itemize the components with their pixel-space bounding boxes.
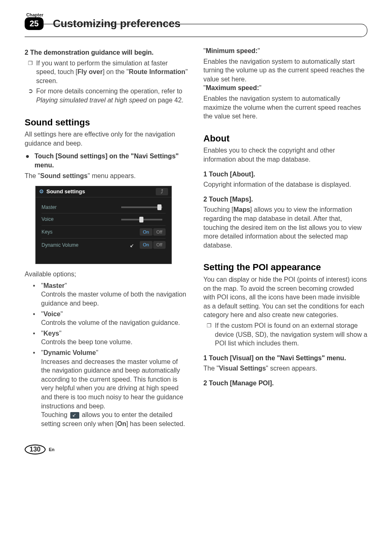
dynvol-off-button[interactable]: Off — [153, 241, 166, 249]
poi-step-1: 1 Touch [Visual] on the "Navi Settings" … — [203, 354, 367, 363]
chapter-title: Customizing preferences — [53, 17, 181, 30]
about-step-2: 2 Touch [Maps]. — [203, 195, 367, 204]
option-keys-desc: Controls the beep tone volume. — [25, 338, 189, 347]
master-slider[interactable] — [121, 206, 162, 208]
row-voice: Voice — [42, 213, 166, 225]
page-number: 130 — [25, 445, 46, 454]
poi-intro: You can display or hide the POI (points … — [203, 275, 367, 320]
option-master: "Master" — [25, 281, 189, 290]
row-dynamic-volume: Dynamic Volume ↙ On Off — [42, 239, 166, 251]
dynvol-on-button[interactable]: On — [140, 241, 152, 249]
page-header: 25 Customizing preferences — [25, 17, 367, 30]
about-step-1-desc: Copyright information of the database is… — [203, 180, 367, 189]
right-column: "Minimum speed:" Enables the navigation … — [203, 46, 367, 428]
note-more-details: For more details concerning the operatio… — [25, 87, 189, 104]
row-master: Master — [42, 202, 166, 213]
keys-off-button[interactable]: Off — [153, 228, 166, 236]
option-master-desc: Controls the master volume of both the n… — [25, 290, 189, 308]
sound-settings-screenshot: ⚙ Sound settings ⤴ Master Voice — [35, 186, 172, 264]
about-heading: About — [203, 132, 367, 145]
note-fly-over: If you want to perform the simulation at… — [25, 59, 189, 86]
poi-heading: Setting the POI appearance — [203, 261, 367, 273]
screenshot-title: Sound settings — [46, 188, 85, 195]
option-voice-desc: Controls the volume of the navigation gu… — [25, 318, 189, 327]
enter-detail-icon[interactable] — [70, 412, 79, 419]
option-voice: "Voice" — [25, 310, 189, 319]
maximum-speed-desc: Enables the navigation system to automat… — [203, 94, 367, 121]
sound-settings-intro: All settings here are effective only for… — [25, 130, 189, 148]
poi-step-2: 2 Touch [Manage POI]. — [203, 379, 367, 388]
poi-note: If the custom POI is found on an externa… — [203, 321, 367, 348]
page-footer: 130 En — [25, 445, 367, 454]
sound-settings-heading: Sound settings — [25, 116, 189, 129]
chapter-label: Chapter — [26, 12, 367, 17]
back-button[interactable]: ⤴ — [156, 188, 168, 195]
about-step-1: 1 Touch [About]. — [203, 170, 367, 179]
available-options-label: Available options; — [25, 270, 189, 279]
minimum-speed-block: "Minimum speed:" — [203, 46, 367, 56]
chapter-number-badge: 25 — [25, 17, 44, 30]
step-2-heading: 2 The demonstration guidance will begin. — [25, 48, 189, 57]
keys-on-button[interactable]: On — [140, 228, 152, 236]
minimum-speed-desc: Enables the navigation system to automat… — [203, 57, 367, 84]
about-intro: Enables you to check the copyright and o… — [203, 146, 367, 164]
option-keys: "Keys" — [25, 329, 189, 338]
sound-settings-result: The "Sound settings" menu appears. — [25, 171, 189, 181]
sound-settings-action: Touch [Sound settings] on the "Navi Sett… — [25, 152, 189, 169]
option-dynamic-volume: "Dynamic Volume" — [25, 348, 189, 357]
row-keys: Keys On Off — [42, 226, 166, 239]
maximum-speed-block: "Maximum speed:" — [203, 83, 367, 93]
about-step-2-desc: Touching [Maps] allows you to view the i… — [203, 205, 367, 250]
page-language: En — [49, 447, 55, 452]
left-column: 2 The demonstration guidance will begin.… — [25, 46, 189, 428]
voice-slider[interactable] — [121, 219, 162, 220]
option-dynamic-volume-desc: Increases and decreases the master volum… — [25, 357, 189, 411]
poi-step-1-desc: The "Visual Settings" screen appears. — [203, 364, 367, 373]
option-dynamic-volume-extra: Touching allows you to enter the detaile… — [25, 410, 189, 428]
dynamic-volume-icon[interactable]: ↙ — [130, 242, 137, 248]
settings-icon: ⚙ — [39, 188, 44, 195]
